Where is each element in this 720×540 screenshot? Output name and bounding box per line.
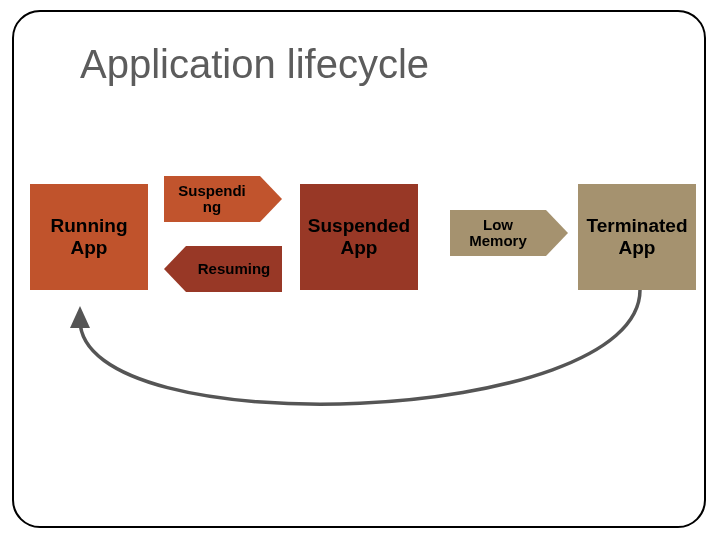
- state-running-app: RunningApp: [30, 184, 148, 290]
- arrow-suspending: Suspending: [164, 176, 260, 222]
- state-suspended-app: SuspendedApp: [300, 184, 418, 290]
- arrow-label: Suspending: [178, 183, 246, 216]
- arrow-label: Resuming: [198, 261, 271, 278]
- state-label: RunningApp: [50, 215, 127, 259]
- state-terminated-app: TerminatedApp: [578, 184, 696, 290]
- arrow-low-memory: LowMemory: [450, 210, 546, 256]
- arrow-label: LowMemory: [469, 217, 527, 250]
- slide-title: Application lifecycle: [80, 42, 429, 87]
- state-label: TerminatedApp: [586, 215, 687, 259]
- state-label: SuspendedApp: [308, 215, 410, 259]
- arrow-resuming: Resuming: [186, 246, 282, 292]
